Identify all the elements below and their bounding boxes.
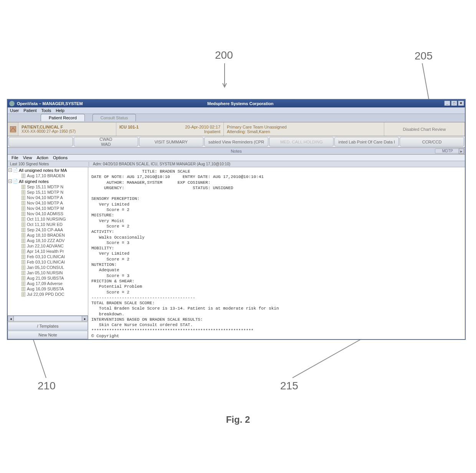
notes-label-row: Notes MDTP ▸ <box>8 148 465 155</box>
document-pane[interactable]: TITLE: BRADEN SCALE DATE OF NOTE: AUG 17… <box>88 167 465 339</box>
tree-leaf-label: Nov 04,10 ADMISS <box>27 211 63 216</box>
patient-icon[interactable] <box>8 122 18 136</box>
hscroll-right-icon[interactable]: ▸ <box>82 316 88 321</box>
doc-s1h: SENSORY PERCEPTION: <box>91 196 139 201</box>
close-button[interactable]: ✕ <box>458 101 464 106</box>
toolbar-btn-lab[interactable]: inted Lab Point Of Care Data I <box>334 137 399 147</box>
doc-s2v: Very Moist <box>91 219 124 223</box>
tree-leaf-braden-unsigned[interactable]: Aug 17,10 BRADEN <box>8 173 88 178</box>
menu-tools[interactable]: Tools <box>41 108 51 113</box>
tree-leaf-label: Aug 17,09 Adverse <box>27 281 63 286</box>
tree-leaf-signed[interactable]: Feb 03,10 CLINICAI <box>8 254 88 259</box>
note-icon <box>21 249 25 254</box>
care-team-cell[interactable]: Primary Care Team Unassigned Attending: … <box>224 122 384 136</box>
patient-name: PATIENT,CLINICAL F <box>21 125 113 129</box>
notes-tree[interactable]: − 📄 All unsigned notes for MA Aug 17,10 … <box>8 167 88 315</box>
tree-leaf-signed[interactable]: Sep 24,10 CP-AAA <box>8 227 88 232</box>
tree-leaf-signed[interactable]: Nov 04,10 MDTP A <box>8 200 88 206</box>
note-icon <box>21 206 25 211</box>
submenu-action[interactable]: Action <box>36 155 48 160</box>
new-note-button[interactable]: New Note <box>8 331 88 339</box>
note-icon <box>21 276 25 280</box>
doc-s2s: Score = 2 <box>91 224 129 229</box>
tree-root-signed[interactable]: − 📄 All signed notes <box>8 178 88 184</box>
tree-leaf-signed[interactable]: Aug 18,10 BRADEN <box>8 232 88 238</box>
tree-leaf-signed[interactable]: Jul 22,09 PPD DOC <box>8 292 88 297</box>
tree-leaf-signed[interactable]: Apr 14,10 Health Pr <box>8 249 88 254</box>
scroll-right-icon[interactable]: ▸ <box>459 148 464 154</box>
tree-leaf-signed[interactable]: Jan 05,10 NURSIN <box>8 270 88 275</box>
minimize-button[interactable]: _ <box>444 101 450 106</box>
tree-leaf-signed[interactable]: Aug 17,09 Adverse <box>8 281 88 286</box>
tree-leaf-label: Jan 05,10 CONSUL <box>27 265 64 270</box>
doc-toth: TOTAL BRADEN SCALE SCORE: <box>91 301 155 305</box>
doc-s1s: Score = 2 <box>91 208 129 212</box>
note-icon <box>21 222 25 227</box>
disabled-chart-label: Disabled Chart Review <box>387 127 461 132</box>
tree-root-unsigned[interactable]: − 📄 All unsigned notes for MA <box>8 167 88 173</box>
tree-leaf-label: Aug 21,09 SUBSTA <box>27 276 64 280</box>
submenu-view[interactable]: View <box>23 155 32 160</box>
menu-help[interactable]: Help <box>56 108 64 113</box>
note-icon <box>21 265 25 270</box>
doc-intv: Skin Care Nurse Consult ordered STAT. <box>91 323 193 327</box>
doc-s3s: Score = 3 <box>91 241 129 245</box>
doc-author: AUTHOR: MANAGER,SYSTEM EXP COSIGNER: <box>91 180 210 185</box>
tree-leaf-signed[interactable]: Oct 11,10 NURSING <box>8 216 88 222</box>
tree-leaf-signed[interactable]: Sep 15,11 MDTP N <box>8 190 88 195</box>
hscroll-track[interactable] <box>14 316 82 321</box>
hscroll-left-icon[interactable]: ◂ <box>8 316 14 321</box>
tree-leaf-label: Feb 03,10 CLINICAI <box>27 260 65 264</box>
menu-patient[interactable]: Patient <box>23 108 36 113</box>
doc-div: ----------------------------------------… <box>91 295 195 300</box>
tree-leaf-signed[interactable]: Sep 15,11 MDTP N <box>8 184 88 190</box>
submenu-file[interactable]: File <box>12 155 18 160</box>
tree-leaf-signed[interactable]: Jan 05,10 CONSUL <box>8 265 88 270</box>
tree-leaf-label: Aug 17,10 BRADEN <box>27 173 65 178</box>
tree-hscrollbar[interactable]: ◂ ▸ <box>8 315 88 321</box>
patient-bar: PATIENT,CLINICAL F XXX-XX-9000 27-Apr-19… <box>8 122 465 136</box>
menu-user[interactable]: User <box>10 108 19 113</box>
title-user: MANAGER,SYSTEM <box>42 101 83 106</box>
mdtp-tab[interactable]: MDTP <box>435 148 460 153</box>
toolbar-btn-cwad[interactable]: CWAD WAD <box>74 137 138 147</box>
callout-205: 205 <box>415 50 433 62</box>
tree-leaf-signed[interactable]: Aug 21,09 SUBSTA <box>8 275 88 281</box>
expander-icon[interactable]: − <box>8 180 12 183</box>
title-company: Medsphere Systems Corporation <box>207 101 273 106</box>
maximize-button[interactable]: □ <box>451 101 457 106</box>
expander-icon[interactable]: − <box>8 168 12 172</box>
attending: Attending: Small,Karen <box>227 129 381 134</box>
toolbar-btn-visit-summary[interactable]: VISIT SUMMARY <box>139 137 203 147</box>
tree-leaf-signed[interactable]: Aug 18,10 ZZZ ADV <box>8 238 88 243</box>
tab-consult-status[interactable]: Consult Status <box>93 114 136 121</box>
tree-leaf-label: Oct 11,10 NURSING <box>27 217 66 221</box>
doc-title: TITLE: BRADEN SCALE <box>91 169 190 174</box>
tab-patient-record[interactable]: Patient Record <box>41 114 85 121</box>
doc-s6v: Potential Problem <box>91 284 142 289</box>
toolbar-btn-ccrccd[interactable]: CCR/CCD <box>400 137 464 147</box>
doc-s5v: Adequate <box>91 268 119 272</box>
doc-s6h: FRICTION & SHEAR: <box>91 279 134 283</box>
toolbar-btn-medcall[interactable]: MED. CALL HOLDING <box>269 137 334 147</box>
toolbar-btn-0[interactable] <box>8 137 73 147</box>
note-icon <box>21 271 25 275</box>
tree-leaf-signed[interactable]: Jun 22,10 ADVANC <box>8 243 88 249</box>
doc-s3v: Walks Occasionally <box>91 235 145 240</box>
location-cell[interactable]: ICU 101-1 20-Apr-2010 02:17 Inpatient <box>116 122 224 136</box>
tree-leaf-signed[interactable]: Nov 04,10 MDTP A <box>8 195 88 200</box>
tree-leaf-signed[interactable]: Nov 04,10 MDTP M <box>8 206 88 211</box>
patient-status: Inpatient <box>119 129 220 134</box>
tree-leaf-signed[interactable]: Feb 03,10 CLINICAI <box>8 259 88 265</box>
tree-leaf-label: Jan 05,10 NURSIN <box>27 270 63 275</box>
tree-leaf-label: Feb 03,10 CLINICAI <box>27 254 65 259</box>
tree-leaf-signed[interactable]: Nov 04,10 ADMISS <box>8 211 88 216</box>
tree-leaf-signed[interactable]: Oct 11,10 NUR ED <box>8 222 88 227</box>
tree-leaf-signed[interactable]: Aug 16,09 SUBSTA <box>8 286 88 292</box>
templates-button[interactable]: / Templates <box>8 322 88 330</box>
patient-name-cell[interactable]: PATIENT,CLINICAL F XXX-XX-9000 27-Apr-19… <box>18 122 116 136</box>
tree-leaf-label: Nov 04,10 MDTP M <box>27 206 64 211</box>
toolbar-btn-reminders[interactable]: sabled View Reminders (CPR <box>204 137 269 147</box>
submenu-options[interactable]: Options <box>53 155 68 160</box>
tree-leaf-label: Nov 04,10 MDTP A <box>27 201 63 205</box>
